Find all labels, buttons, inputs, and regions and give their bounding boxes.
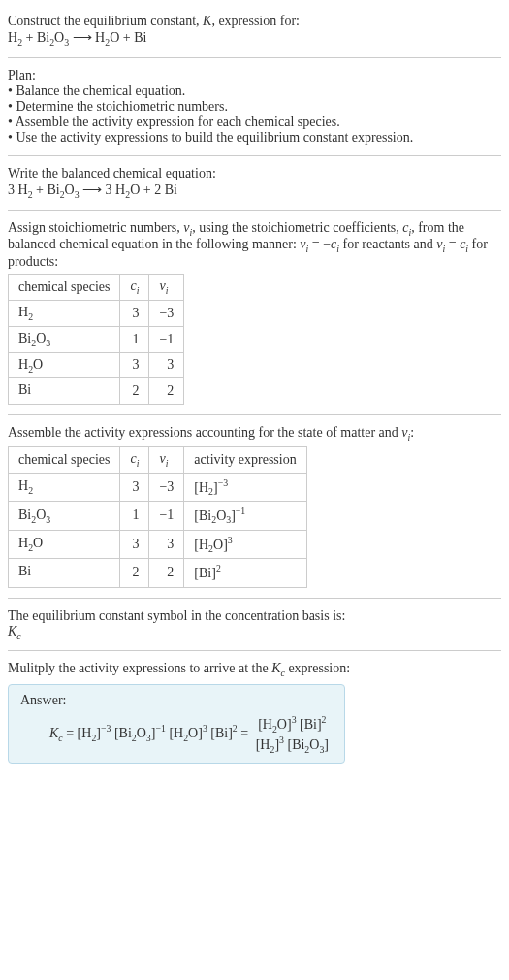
stoich-text: Assign stoichiometric numbers, νi, using… <box>8 220 501 271</box>
cell-nu: −3 <box>149 473 184 501</box>
col-species: chemical species <box>9 275 120 301</box>
balanced-equation: 3 H2 + Bi2O3 ⟶ 3 H2O + 2 Bi <box>8 181 501 200</box>
fraction: [H2O]3 [Bi]2[H2]3 [Bi2O3] <box>252 714 333 755</box>
answer-box: Answer: Kc = [H2]−3 [Bi2O3]−1 [H2O]3 [Bi… <box>8 684 345 764</box>
c-symbol: ci <box>402 220 411 235</box>
table-header-row: chemical species ci νi activity expressi… <box>9 446 307 473</box>
cell-nu: 3 <box>149 530 184 558</box>
intro-equation: H2 + Bi2O3 ⟶ H2O + Bi <box>8 29 501 48</box>
table-row: Bi2O3 1 −1 [Bi2O3]−1 <box>9 502 307 530</box>
species-bi: Bi <box>165 182 177 197</box>
col-activity: activity expression <box>184 446 306 473</box>
stoich-section: Assign stoichiometric numbers, νi, using… <box>8 214 501 411</box>
cell-nu: 2 <box>149 378 184 405</box>
table-row: H2O 3 3 [H2O]3 <box>9 530 307 558</box>
species-bi2o3: Bi2O3 <box>37 30 69 45</box>
species-h2o: H2O <box>115 182 140 197</box>
activity-section: Assemble the activity expressions accoun… <box>8 419 501 593</box>
cell-nu: 2 <box>149 559 184 587</box>
table-header-row: chemical species ci νi <box>9 275 184 301</box>
fraction-denominator: [H2]3 [Bi2O3] <box>252 735 333 755</box>
cell-nu: −1 <box>149 326 184 352</box>
intro-text: Construct the equilibrium constant, <box>8 14 203 28</box>
table-row: Bi 2 2 <box>9 378 184 405</box>
cell-species: Bi2O3 <box>9 502 120 530</box>
species-h2o: H2O <box>95 30 119 45</box>
stoich-table: chemical species ci νi H2 3 −3 Bi2O3 1 −… <box>8 274 184 405</box>
col-c: ci <box>120 446 149 473</box>
symbol-text: The equilibrium constant symbol in the c… <box>8 608 501 624</box>
plan-title: Plan: <box>8 68 501 83</box>
plan-section: Plan: • Balance the chemical equation. •… <box>8 62 501 151</box>
divider <box>8 598 501 599</box>
final-title: Mulitply the activity expressions to arr… <box>8 661 501 678</box>
activity-table: chemical species ci νi activity expressi… <box>8 446 307 588</box>
cell-activity: [Bi2O3]−1 <box>184 502 306 530</box>
cell-c: 3 <box>120 530 149 558</box>
cell-nu: 3 <box>149 352 184 378</box>
table-row: H2 3 −3 <box>9 300 184 326</box>
cell-species: Bi <box>9 559 120 587</box>
symbol-section: The equilibrium constant symbol in the c… <box>8 603 501 647</box>
col-nu: νi <box>149 275 184 301</box>
cell-c: 1 <box>120 502 149 530</box>
plan-bullet: • Balance the chemical equation. <box>8 83 501 99</box>
divider <box>8 650 501 651</box>
cell-species: Bi2O3 <box>9 326 120 352</box>
cell-species: H2O <box>9 530 120 558</box>
cell-c: 3 <box>120 473 149 501</box>
species-bi2o3: Bi2O3 <box>47 182 79 197</box>
plan-bullet: • Use the activity expressions to build … <box>8 130 501 146</box>
plan-bullet: • Determine the stoichiometric numbers. <box>8 99 501 114</box>
nu-symbol: νi <box>183 220 192 235</box>
cell-activity: [H2O]3 <box>184 530 306 558</box>
divider <box>8 210 501 211</box>
k-symbol: K <box>203 14 211 28</box>
cell-c: 2 <box>120 378 149 405</box>
cell-species: Bi <box>9 378 120 405</box>
species-bi: Bi <box>134 30 146 45</box>
kc-symbol: Kc <box>8 624 501 641</box>
cell-activity: [H2]−3 <box>184 473 306 501</box>
table-row: H2 3 −3 [H2]−3 <box>9 473 307 501</box>
divider <box>8 414 501 415</box>
table-row: H2O 3 3 <box>9 352 184 378</box>
answer-equation: Kc = [H2]−3 [Bi2O3]−1 [H2O]3 [Bi]2 = [H2… <box>20 708 333 755</box>
intro-text: , expression for: <box>211 14 300 28</box>
balanced-title: Write the balanced chemical equation: <box>8 166 501 181</box>
col-species: chemical species <box>9 446 120 473</box>
fraction-numerator: [H2O]3 [Bi]2 <box>252 714 333 735</box>
arrow: ⟶ <box>69 30 95 45</box>
cell-species: H2 <box>9 473 120 501</box>
intro-section: Construct the equilibrium constant, K, e… <box>8 8 501 53</box>
plan-bullet: • Assemble the activity expression for e… <box>8 114 501 130</box>
table-row: Bi2O3 1 −1 <box>9 326 184 352</box>
cell-nu: −1 <box>149 502 184 530</box>
col-nu: νi <box>149 446 184 473</box>
cell-c: 3 <box>120 352 149 378</box>
cell-c: 2 <box>120 559 149 587</box>
cell-species: H2O <box>9 352 120 378</box>
table-row: Bi 2 2 [Bi]2 <box>9 559 307 587</box>
cell-species: H2 <box>9 300 120 326</box>
species-h2: H2 <box>8 30 22 45</box>
arrow: ⟶ <box>80 182 106 197</box>
divider <box>8 57 501 58</box>
activity-title: Assemble the activity expressions accoun… <box>8 425 501 442</box>
cell-c: 3 <box>120 300 149 326</box>
cell-nu: −3 <box>149 300 184 326</box>
col-c: ci <box>120 275 149 301</box>
final-section: Mulitply the activity expressions to arr… <box>8 655 501 769</box>
cell-c: 1 <box>120 326 149 352</box>
cell-activity: [Bi]2 <box>184 559 306 587</box>
species-h2: H2 <box>18 182 33 197</box>
intro-line1: Construct the equilibrium constant, K, e… <box>8 14 501 29</box>
answer-label: Answer: <box>20 693 333 708</box>
balanced-section: Write the balanced chemical equation: 3 … <box>8 160 501 206</box>
divider <box>8 155 501 156</box>
